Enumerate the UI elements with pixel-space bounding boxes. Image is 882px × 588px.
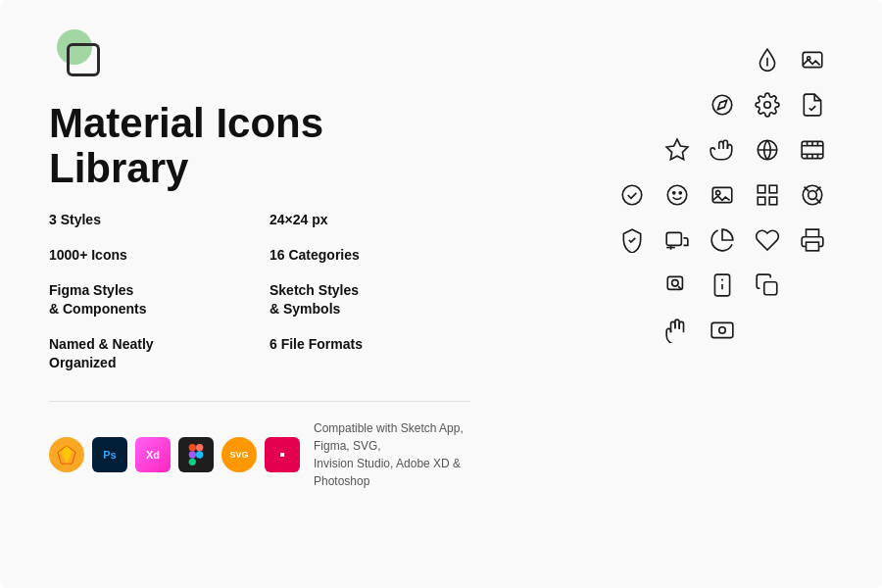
empty-extra5	[612, 355, 653, 396]
features-grid: 3 Styles 24×24 px 1000+ Icons 16 Categor…	[49, 211, 470, 373]
svg-rect-2	[189, 444, 196, 451]
svg-rect-37	[666, 232, 681, 245]
settings-icon	[747, 84, 788, 125]
svg-rect-29	[769, 185, 777, 193]
svg-rect-4	[189, 451, 196, 458]
svg-point-24	[673, 192, 675, 194]
star-icon	[657, 129, 698, 171]
compass-icon	[702, 84, 743, 125]
svg-point-25	[679, 192, 681, 194]
ink-drop-icon	[747, 39, 788, 80]
svg-point-10	[764, 102, 771, 109]
document-icon	[792, 84, 833, 125]
feature-3-styles: 3 Styles	[49, 211, 250, 230]
figma-icon	[178, 437, 214, 472]
logo-circles	[49, 29, 108, 83]
logo-area	[49, 29, 470, 91]
phone-info-icon	[702, 265, 743, 306]
emoji-icon	[657, 174, 698, 216]
circle-front-icon	[67, 43, 100, 76]
svg-rect-47	[764, 282, 777, 295]
empty-r2c1	[612, 84, 653, 125]
globe-icon	[747, 129, 788, 171]
svg-point-42	[672, 280, 679, 287]
svg-rect-49	[711, 322, 733, 337]
empty-r2c2	[657, 84, 698, 125]
gallery-icon	[702, 174, 743, 216]
svg-rect-30	[758, 197, 765, 205]
empty-extra4	[792, 310, 833, 351]
print-icon	[792, 220, 833, 261]
empty-r5c5	[612, 265, 653, 306]
svg-point-9	[712, 95, 732, 115]
cast-icon	[657, 220, 698, 261]
film-icon	[792, 129, 833, 171]
touch-icon	[702, 129, 743, 171]
feature-figma: Figma Styles& Components	[49, 281, 250, 319]
check-circle-icon	[612, 174, 653, 216]
svg-point-23	[667, 185, 687, 205]
xd-icon: Xd	[135, 437, 171, 472]
svg-rect-3	[196, 444, 203, 451]
empty-extra3	[747, 310, 788, 351]
left-panel: Material Icons Library 3 Styles 24×24 px…	[49, 29, 470, 490]
right-panel	[510, 29, 833, 490]
empty-r1c2	[657, 39, 698, 80]
sketch-icon	[49, 437, 84, 472]
svg-icon: SVG	[221, 437, 257, 472]
feature-named: Named & NeatlyOrganized	[49, 335, 250, 373]
pie-icon	[702, 220, 743, 261]
svg-point-33	[808, 191, 817, 200]
feature-file-formats: 6 File Formats	[270, 335, 470, 373]
svg-rect-31	[769, 197, 777, 205]
compatible-text: Compatible with Sketch App, Figma, SVG, …	[314, 419, 470, 490]
page-title: Material Icons Library	[49, 101, 470, 191]
main-container: Material Icons Library 3 Styles 24×24 px…	[0, 0, 882, 588]
photoshop-icon: Ps	[92, 437, 127, 472]
search-icon	[657, 265, 698, 306]
empty-r6c5	[612, 310, 653, 351]
svg-point-22	[622, 185, 642, 205]
image-icon	[792, 39, 833, 80]
dashboard-icon	[747, 174, 788, 216]
feature-sketch: Sketch Styles& Symbols	[270, 281, 470, 319]
svg-point-6	[196, 451, 203, 458]
svg-rect-40	[807, 242, 819, 251]
donut-icon	[792, 174, 833, 216]
svg-marker-11	[666, 139, 688, 160]
svg-point-50	[719, 327, 726, 334]
feature-categories: 16 Categories	[270, 246, 470, 266]
empty-r3c1	[612, 129, 653, 171]
heart-icon	[747, 220, 788, 261]
app-icons-row: Ps Xd SVG	[49, 437, 300, 472]
invision-icon: ▪	[265, 437, 300, 472]
bottom-bar: Ps Xd SVG	[49, 401, 470, 490]
empty-r6c4	[792, 265, 833, 306]
raise-hand-icon	[657, 310, 698, 351]
svg-rect-28	[758, 185, 765, 193]
empty-r1c1	[612, 39, 653, 80]
feature-icons-count: 1000+ Icons	[49, 246, 250, 266]
svg-rect-5	[189, 459, 196, 466]
brightness-icon	[702, 310, 743, 351]
copy-icon	[747, 265, 788, 306]
empty-r1c3	[702, 39, 743, 80]
icons-showcase	[612, 39, 833, 396]
svg-point-27	[716, 191, 720, 195]
shield-icon	[612, 220, 653, 261]
feature-24px: 24×24 px	[270, 211, 470, 230]
